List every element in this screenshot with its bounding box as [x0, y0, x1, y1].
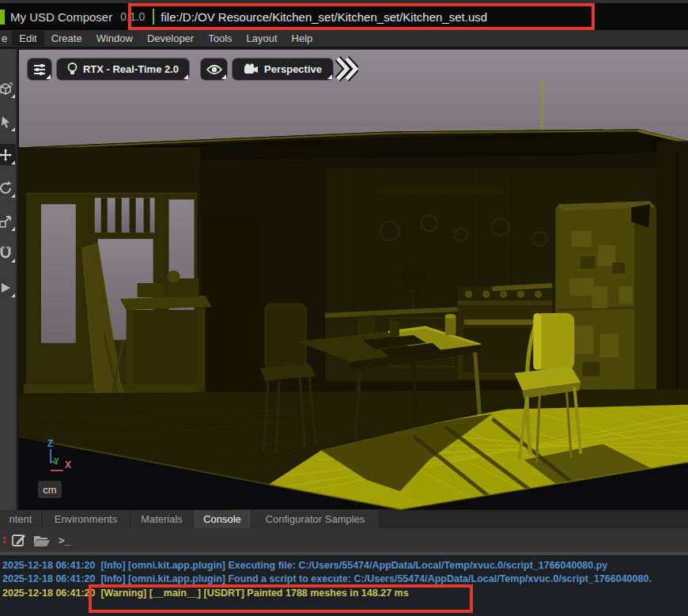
- viewport[interactable]: RTX - Real-Time 2.0 Perspective: [19, 49, 688, 510]
- menu-item-window[interactable]: Window: [89, 31, 140, 46]
- tab-configurator-samples[interactable]: Configurator Samples: [251, 510, 380, 528]
- play-icon[interactable]: [0, 277, 16, 298]
- app-icon: [0, 9, 5, 25]
- main-area: RTX - Real-Time 2.0 Perspective: [0, 47, 688, 510]
- menu-item-create[interactable]: Create: [44, 31, 89, 46]
- rotate-icon[interactable]: [0, 177, 16, 198]
- menu-item-edit[interactable]: Edit: [12, 31, 43, 46]
- camera-button-label: Perspective: [264, 63, 322, 75]
- tabbar-filler: [380, 510, 688, 528]
- camera-button[interactable]: Perspective: [232, 59, 333, 80]
- scale-icon[interactable]: [0, 210, 16, 232]
- edit-script-icon[interactable]: [11, 532, 27, 548]
- console-toolbar: >_: [0, 528, 688, 552]
- open-folder-icon[interactable]: [33, 534, 51, 547]
- annotation-box-warning-line: [89, 584, 473, 613]
- menu-item-layout[interactable]: Layout: [240, 31, 285, 46]
- camera-icon: [244, 63, 259, 75]
- axis-x-label: X: [65, 459, 71, 471]
- menu-item-file-cut[interactable]: e: [0, 31, 12, 46]
- menu-item-help[interactable]: Help: [285, 31, 320, 46]
- toolbar-expand-button[interactable]: [335, 55, 358, 82]
- tab-materials[interactable]: Materials: [130, 510, 194, 528]
- eye-icon: [206, 64, 222, 75]
- menu-item-tools[interactable]: Tools: [201, 31, 239, 46]
- left-toolbar: [0, 49, 17, 510]
- tab-content-cut[interactable]: ntent: [0, 510, 42, 528]
- axis-z-label: Z: [47, 438, 53, 449]
- prim-select-icon[interactable]: [0, 77, 16, 99]
- cursor-select-icon[interactable]: [0, 111, 16, 132]
- viewport-settings-button[interactable]: [28, 59, 51, 80]
- annotation-box-file-path: [128, 3, 595, 30]
- bottom-panel-tabbar: ntent Environments Materials Console Con…: [0, 510, 688, 528]
- snap-icon[interactable]: [0, 242, 16, 263]
- app-title: My USD Composer: [10, 10, 112, 24]
- kitchen-scene-render: [19, 49, 688, 510]
- menubar: e Edit Create Window Developer Tools Lay…: [0, 30, 688, 47]
- units-badge[interactable]: cm: [38, 481, 62, 498]
- double-chevron-icon: [335, 55, 358, 82]
- viewport-settings-sliders-icon: [32, 63, 47, 76]
- log-line-info-2: 2025-12-18 06:41:20 [Info] [omni.kit.app…: [2, 573, 652, 584]
- console-prompt[interactable]: >_: [59, 535, 70, 546]
- renderer-button-label: RTX - Real-Time 2.0: [83, 63, 179, 75]
- renderer-button[interactable]: RTX - Real-Time 2.0: [57, 59, 189, 80]
- visibility-button[interactable]: [201, 59, 227, 80]
- usd-composer-window: My USD Composer 0.1.0 file:/D:/OV Resour…: [0, 0, 688, 616]
- menu-item-developer[interactable]: Developer: [140, 31, 201, 46]
- log-filter-icon[interactable]: [0, 533, 6, 547]
- log-line-info-1: 2025-12-18 06:41:20 [Info] [omni.kit.app…: [2, 560, 607, 571]
- axis-x-line: [51, 470, 63, 471]
- tab-environments[interactable]: Environments: [42, 510, 130, 528]
- axis-gizmo: Z Y X: [43, 438, 90, 478]
- move-icon[interactable]: [0, 144, 16, 165]
- tab-console[interactable]: Console: [194, 510, 251, 528]
- lightbulb-icon: [67, 62, 77, 76]
